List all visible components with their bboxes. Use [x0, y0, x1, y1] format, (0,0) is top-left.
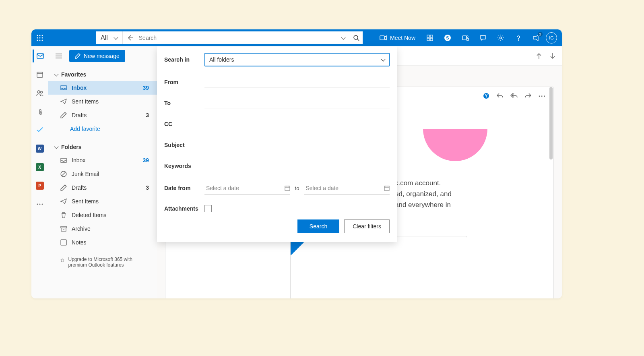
svg-rect-11: [380, 36, 384, 40]
date-to-picker[interactable]: Select a date: [304, 182, 390, 195]
folder-label: Archive: [72, 226, 91, 232]
to-input[interactable]: [204, 98, 390, 108]
folder-sent-favorite[interactable]: Sent Items: [48, 95, 157, 108]
welcome-message-snippet: k.com account. ed, organized, and and ev…: [395, 178, 452, 211]
folder-label: Sent Items: [72, 98, 99, 105]
svg-point-0: [37, 35, 38, 36]
calendar-icon: [285, 185, 290, 191]
new-message-button[interactable]: New message: [69, 50, 125, 62]
folder-label: Drafts: [72, 184, 87, 191]
folder-notes[interactable]: Notes: [48, 236, 157, 249]
chat-icon[interactable]: [475, 29, 491, 46]
reading-scrollbar[interactable]: [549, 87, 553, 159]
folder-count: 3: [146, 112, 149, 118]
files-app-icon[interactable]: [33, 105, 46, 118]
hamburger-icon[interactable]: [52, 50, 65, 62]
forward-icon[interactable]: [525, 93, 531, 100]
date-placeholder: Select a date: [305, 185, 339, 191]
favorites-section-header[interactable]: Favorites: [48, 68, 157, 81]
clear-filters-button[interactable]: Clear filters: [344, 219, 390, 233]
search-in-label: Search in: [164, 56, 204, 63]
upgrade-promo[interactable]: Upgrade to Microsoft 365 with premium Ou…: [48, 252, 157, 273]
folder-label: Notes: [72, 239, 87, 246]
svg-point-9: [354, 35, 358, 39]
whats-new-icon[interactable]: 2: [528, 29, 544, 46]
folder-label: Deleted Items: [72, 212, 106, 218]
folder-junk[interactable]: Junk Email: [48, 167, 157, 181]
more-icon[interactable]: ···: [539, 93, 546, 100]
profile-avatar[interactable]: IG: [546, 32, 557, 43]
subject-input[interactable]: [204, 140, 390, 150]
excel-app-icon[interactable]: X: [33, 161, 46, 174]
search-input[interactable]: [137, 35, 337, 41]
folder-drafts-favorite[interactable]: Drafts 3: [48, 108, 157, 122]
help-icon[interactable]: [510, 29, 526, 46]
new-message-label: New message: [84, 53, 120, 59]
search-back-button[interactable]: [123, 35, 137, 41]
folder-sent[interactable]: Sent Items: [48, 195, 157, 208]
mail-app-icon[interactable]: [33, 50, 45, 62]
search-scope-dropdown[interactable]: All: [96, 31, 123, 44]
search-scope-label: All: [101, 34, 108, 41]
add-favorite-button[interactable]: Add favorite: [48, 122, 157, 136]
skype-icon[interactable]: S: [440, 29, 456, 46]
folder-count: 3: [146, 184, 149, 191]
svg-rect-22: [37, 54, 43, 58]
favorites-label: Favorites: [61, 71, 86, 78]
todo-app-icon[interactable]: [33, 124, 46, 137]
subject-label: Subject: [164, 142, 204, 148]
folder-deleted[interactable]: Deleted Items: [48, 208, 157, 222]
to-label: To: [164, 100, 204, 106]
svg-rect-13: [430, 35, 433, 37]
reply-all-icon[interactable]: [510, 93, 518, 100]
search-submit-icon[interactable]: [350, 35, 363, 41]
date-from-picker[interactable]: Select a date: [204, 182, 290, 195]
folders-section-header[interactable]: Folders: [48, 141, 157, 153]
from-label: From: [164, 79, 204, 85]
folder-label: Inbox: [72, 157, 85, 164]
chevron-down-icon: [114, 35, 118, 39]
svg-point-30: [39, 204, 40, 205]
attachments-checkbox[interactable]: [204, 205, 212, 212]
word-app-icon[interactable]: W: [33, 142, 46, 155]
svg-line-36: [62, 172, 65, 176]
notification-badge: 2: [538, 32, 543, 37]
folder-inbox[interactable]: Inbox 39: [48, 153, 157, 167]
calendar-icon: [384, 185, 390, 191]
folder-inbox-favorite[interactable]: Inbox 39: [48, 81, 157, 95]
svg-point-28: [40, 91, 42, 93]
advanced-search-panel: Search in All folders From To CC Subject…: [157, 46, 397, 242]
meet-now-label: Meet Now: [390, 35, 415, 41]
keywords-input[interactable]: [204, 161, 390, 171]
svg-point-20: [500, 37, 502, 39]
more-apps-icon[interactable]: [33, 198, 46, 211]
calendar-app-icon[interactable]: [33, 68, 46, 81]
cc-input[interactable]: [204, 119, 390, 129]
arrow-up-icon[interactable]: [536, 53, 542, 59]
svg-rect-23: [37, 72, 43, 77]
svg-point-27: [37, 91, 40, 93]
search-options-toggle[interactable]: [337, 37, 350, 39]
svg-rect-37: [61, 226, 66, 228]
search-in-dropdown[interactable]: All folders: [204, 53, 390, 66]
search-button[interactable]: Search: [297, 219, 339, 233]
app-launcher-icon[interactable]: [31, 29, 48, 46]
teams-icon[interactable]: [457, 29, 473, 46]
svg-point-8: [42, 40, 43, 41]
arrow-down-icon[interactable]: [550, 53, 555, 59]
meet-now-button[interactable]: Meet Now: [375, 29, 420, 46]
svg-line-10: [357, 39, 359, 41]
yammer-icon[interactable]: Y: [483, 93, 489, 100]
folder-drafts[interactable]: Drafts 3: [48, 181, 157, 195]
panel-icon[interactable]: [422, 29, 438, 46]
reply-icon[interactable]: [497, 93, 503, 100]
add-favorite-label: Add favorite: [70, 126, 100, 132]
date-to-separator: to: [295, 185, 299, 191]
from-input[interactable]: [204, 77, 390, 87]
settings-icon[interactable]: [493, 29, 509, 46]
svg-text:Y: Y: [485, 94, 487, 98]
people-app-icon[interactable]: [33, 87, 46, 99]
keywords-label: Keywords: [164, 163, 204, 169]
powerpoint-app-icon[interactable]: P: [33, 179, 46, 192]
folder-archive[interactable]: Archive: [48, 222, 157, 236]
